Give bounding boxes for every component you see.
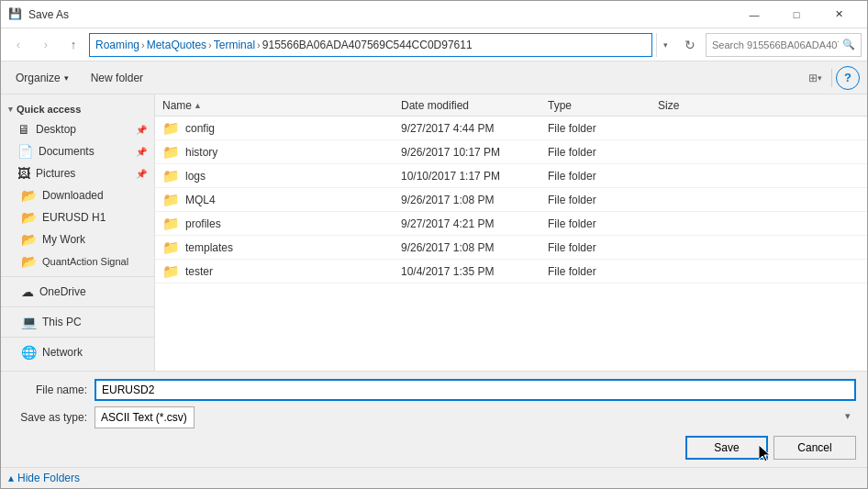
sidebar-divider-2 <box>1 306 154 307</box>
sidebar-divider-3 <box>1 337 154 338</box>
search-input[interactable] <box>712 39 839 50</box>
hide-folders-toggle[interactable]: ▴ Hide Folders <box>8 472 80 484</box>
address-path[interactable]: Roaming › MetaQuotes › Terminal › 915566… <box>89 33 652 57</box>
save-button[interactable]: Save <box>685 436 768 460</box>
chevron-up-icon: ▴ <box>8 472 14 484</box>
sidebar-item-documents[interactable]: 📄 Documents 📌 <box>1 140 154 162</box>
table-row[interactable]: 📁 config 9/27/2017 4:44 PM File folder <box>155 117 867 140</box>
sidebar-item-quantaction[interactable]: 📂 QuantAction Signal <box>1 250 154 272</box>
onedrive-icon: ☁ <box>21 284 34 299</box>
pin-icon: 📌 <box>136 147 147 157</box>
maximize-button[interactable]: □ <box>775 1 818 28</box>
file-list-header: Name ▲ Date modified Type Size <box>155 94 867 117</box>
table-row[interactable]: 📁 logs 10/10/2017 1:17 PM File folder <box>155 164 867 188</box>
sidebar-item-network[interactable]: 🌐 Network <box>1 341 154 363</box>
quick-access-header[interactable]: ▾ Quick access <box>1 98 154 118</box>
bottom-actions: Save Cancel <box>12 436 856 460</box>
file-name: logs <box>185 170 206 183</box>
file-type: File folder <box>540 217 651 230</box>
minimize-button[interactable]: — <box>733 1 775 28</box>
organize-label: Organize <box>16 72 61 84</box>
window-icon: 💾 <box>8 7 23 22</box>
table-row[interactable]: 📁 templates 9/26/2017 1:08 PM File folde… <box>155 236 867 260</box>
sidebar-item-onedrive[interactable]: ☁ OneDrive <box>1 281 154 303</box>
sidebar: ▾ Quick access 🖥 Desktop 📌 📄 Documents 📌… <box>1 94 155 371</box>
search-box[interactable]: 🔍 <box>706 33 862 57</box>
column-type-header[interactable]: Type <box>540 99 651 112</box>
table-row[interactable]: 📁 MQL4 9/26/2017 1:08 PM File folder <box>155 188 867 212</box>
sidebar-item-downloaded[interactable]: 📂 Downloaded <box>1 184 154 206</box>
file-name: MQL4 <box>185 194 216 206</box>
view-options-button[interactable]: ⊞ ▾ <box>802 66 828 90</box>
column-date-header[interactable]: Date modified <box>394 99 540 112</box>
cancel-button[interactable]: Cancel <box>773 436 856 460</box>
save-as-type-select[interactable]: ASCII Text (*.csv) <box>95 406 195 428</box>
file-date: 9/27/2017 4:21 PM <box>394 217 540 230</box>
title-bar: 💾 Save As — □ ✕ <box>1 1 867 28</box>
table-row[interactable]: 📁 profiles 9/27/2017 4:21 PM File folder <box>155 212 867 236</box>
sidebar-thispc-label: This PC <box>42 316 82 328</box>
new-folder-button[interactable]: New folder <box>83 68 150 88</box>
sidebar-item-mywork[interactable]: 📂 My Work <box>1 228 154 250</box>
desktop-icon: 🖥 <box>17 122 30 137</box>
refresh-button[interactable]: ↻ <box>678 33 702 57</box>
file-name-input[interactable] <box>95 379 856 401</box>
folder-icon: 📁 <box>162 120 180 137</box>
forward-button[interactable]: › <box>34 33 58 57</box>
address-dropdown-button[interactable]: ▾ <box>656 33 674 57</box>
folder-icon: 📁 <box>162 168 180 184</box>
up-button[interactable]: ↑ <box>61 33 85 57</box>
quantaction-icon: 📂 <box>21 254 37 269</box>
file-type: File folder <box>540 170 651 183</box>
pin-icon: 📌 <box>136 169 147 179</box>
sidebar-mywork-label: My Work <box>42 233 85 246</box>
bottom-bar: File name: Save as type: ASCII Text (*.c… <box>1 371 867 467</box>
new-folder-label: New folder <box>91 72 143 84</box>
folder-icon: 📁 <box>162 263 180 280</box>
table-row[interactable]: 📁 history 9/26/2017 10:17 PM File folder <box>155 140 867 164</box>
help-button[interactable]: ? <box>836 66 860 90</box>
file-type: File folder <box>540 194 651 206</box>
file-date: 9/26/2017 1:08 PM <box>394 194 540 206</box>
save-as-type-wrapper: ASCII Text (*.csv) <box>95 406 856 428</box>
address-bar: ‹ › ↑ Roaming › MetaQuotes › Terminal › … <box>1 28 867 61</box>
folder-icon: 📁 <box>162 239 180 256</box>
toolbar-right: ⊞ ▾ ? <box>802 66 860 90</box>
search-icon: 🔍 <box>842 39 855 50</box>
filetype-row: Save as type: ASCII Text (*.csv) <box>12 406 856 428</box>
file-list-area: Name ▲ Date modified Type Size 📁 config <box>155 94 867 371</box>
sidebar-downloaded-label: Downloaded <box>42 189 104 202</box>
column-name-header[interactable]: Name ▲ <box>155 99 394 112</box>
table-row[interactable]: 📁 tester 10/4/2017 1:35 PM File folder <box>155 260 867 283</box>
file-name-label: File name: <box>12 383 95 396</box>
quick-access-chevron-icon: ▾ <box>8 105 13 114</box>
file-date: 9/26/2017 10:17 PM <box>394 146 540 159</box>
pin-icon: 📌 <box>136 125 147 135</box>
folder-icon: 📁 <box>162 144 180 161</box>
file-type: File folder <box>540 146 651 159</box>
eurusd-icon: 📂 <box>21 210 37 225</box>
file-name: config <box>185 122 215 135</box>
sidebar-onedrive-label: OneDrive <box>39 285 86 298</box>
file-name: profiles <box>185 217 221 230</box>
file-date: 10/10/2017 1:17 PM <box>394 170 540 183</box>
column-size-header[interactable]: Size <box>651 99 724 112</box>
toolbar-separator <box>831 69 832 87</box>
sidebar-item-desktop[interactable]: 🖥 Desktop 📌 <box>1 118 154 140</box>
close-button[interactable]: ✕ <box>818 1 860 28</box>
sidebar-documents-label: Documents <box>39 145 95 158</box>
sort-arrow-icon: ▲ <box>194 101 202 110</box>
sidebar-item-thispc[interactable]: 💻 This PC <box>1 311 154 333</box>
organize-button[interactable]: Organize ▾ <box>8 68 76 88</box>
main-content: ▾ Quick access 🖥 Desktop 📌 📄 Documents 📌… <box>1 94 867 371</box>
back-button[interactable]: ‹ <box>6 33 30 57</box>
breadcrumb-terminal[interactable]: Terminal <box>214 39 255 51</box>
view-chevron-icon: ▾ <box>818 73 822 83</box>
organize-chevron-icon: ▾ <box>64 73 69 83</box>
sidebar-item-eurusd[interactable]: 📂 EURUSD H1 <box>1 206 154 228</box>
pictures-icon: 🖼 <box>17 166 30 181</box>
file-date: 10/4/2017 1:35 PM <box>394 265 540 278</box>
breadcrumb-roaming[interactable]: Roaming <box>95 39 139 51</box>
sidebar-item-pictures[interactable]: 🖼 Pictures 📌 <box>1 162 154 184</box>
breadcrumb-metaquotes[interactable]: MetaQuotes <box>147 39 206 51</box>
